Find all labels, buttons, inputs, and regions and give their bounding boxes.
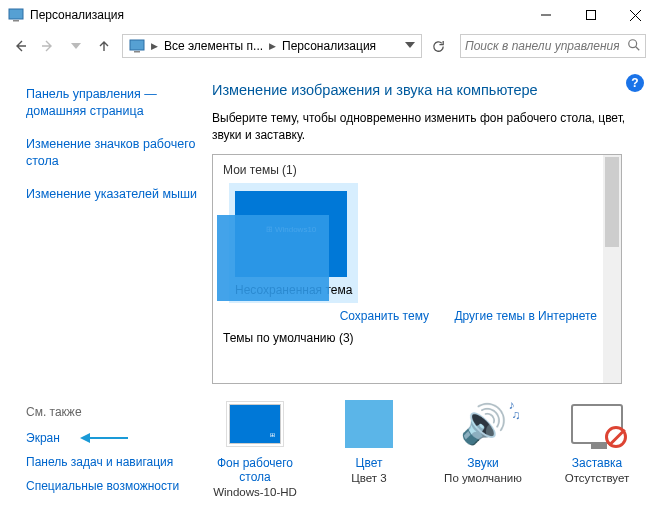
search-icon[interactable] <box>623 38 645 55</box>
disabled-icon <box>605 426 627 448</box>
breadcrumb[interactable]: ▶ Все элементы п... ▶ Персонализация <box>122 34 422 58</box>
see-also-label: См. также <box>26 405 198 419</box>
scrollbar-thumb[interactable] <box>605 157 619 247</box>
control-panel-home-link[interactable]: Панель управления — домашняя страница <box>26 86 198 120</box>
search-box[interactable] <box>460 34 646 58</box>
background-tile[interactable]: ⊞ Фон рабочего стола Windows-10-HD <box>212 398 298 498</box>
mouse-pointers-link[interactable]: Изменение указателей мыши <box>26 186 198 203</box>
screensaver-value: Отсутствует <box>554 472 640 484</box>
location-icon <box>129 38 145 54</box>
svg-rect-3 <box>586 11 595 20</box>
page-heading: Изменение изображения и звука на компьют… <box>212 82 640 98</box>
breadcrumb-dropdown[interactable] <box>401 39 419 53</box>
color-value: Цвет 3 <box>326 472 412 484</box>
back-button[interactable] <box>8 34 32 58</box>
svg-rect-1 <box>13 20 19 22</box>
sounds-label: Звуки <box>440 456 526 470</box>
display-link[interactable]: Экран <box>26 431 198 445</box>
color-tile[interactable]: Цвет Цвет 3 <box>326 398 412 498</box>
close-button[interactable] <box>613 1 658 29</box>
theme-item[interactable]: ⊞ Windows10 Несохраненная тема <box>229 183 358 303</box>
maximize-button[interactable] <box>568 1 613 29</box>
default-themes-header: Темы по умолчанию (3) <box>223 331 354 345</box>
themes-panel: Мои темы (1) ⊞ Windows10 Несохраненная т… <box>212 154 622 384</box>
sidebar: Панель управления — домашняя страница Из… <box>0 62 212 513</box>
page-subtext: Выберите тему, чтобы одновременно измени… <box>212 110 640 144</box>
scrollbar[interactable] <box>603 155 621 383</box>
ease-of-access-link[interactable]: Специальные возможности <box>26 479 198 493</box>
title-bar: Персонализация <box>0 0 658 30</box>
monitor-icon <box>571 404 623 444</box>
breadcrumb-personalization[interactable]: Персонализация <box>278 35 380 57</box>
up-button[interactable] <box>92 34 116 58</box>
app-icon <box>8 7 24 23</box>
taskbar-nav-link[interactable]: Панель задач и навигация <box>26 455 198 469</box>
search-input[interactable] <box>461 39 623 53</box>
breadcrumb-all-items[interactable]: Все элементы п... <box>160 35 267 57</box>
desktop-icons-link[interactable]: Изменение значков рабочего стола <box>26 136 198 170</box>
forward-button[interactable] <box>36 34 60 58</box>
svg-rect-0 <box>9 9 23 19</box>
main-content: Изменение изображения и звука на компьют… <box>212 62 658 513</box>
chevron-right-icon[interactable]: ▶ <box>149 41 160 51</box>
recent-locations-button[interactable] <box>64 34 88 58</box>
theme-thumbnail: ⊞ Windows10 <box>235 191 347 277</box>
screensaver-label: Заставка <box>554 456 640 470</box>
background-label: Фон рабочего стола <box>212 456 298 484</box>
screensaver-tile[interactable]: Заставка Отсутствует <box>554 398 640 498</box>
sounds-value: По умолчанию <box>440 472 526 484</box>
color-icon <box>345 400 393 448</box>
save-theme-link[interactable]: Сохранить тему <box>340 309 429 323</box>
settings-tiles: ⊞ Фон рабочего стола Windows-10-HD Цвет … <box>212 398 640 498</box>
color-label: Цвет <box>326 456 412 470</box>
background-icon: ⊞ <box>229 404 281 444</box>
background-value: Windows-10-HD <box>212 486 298 498</box>
minimize-button[interactable] <box>523 1 568 29</box>
nav-bar: ▶ Все элементы п... ▶ Персонализация <box>0 30 658 62</box>
svg-point-8 <box>629 39 637 47</box>
theme-actions: Сохранить тему Другие темы в Интернете <box>318 309 597 323</box>
speaker-icon: 🔊♪♫ <box>460 402 507 446</box>
svg-rect-7 <box>134 51 140 53</box>
svg-rect-6 <box>130 40 144 50</box>
svg-line-9 <box>636 46 640 50</box>
sounds-tile[interactable]: 🔊♪♫ Звуки По умолчанию <box>440 398 526 498</box>
my-themes-header: Мои темы (1) <box>223 163 621 177</box>
refresh-button[interactable] <box>426 34 450 58</box>
more-themes-link[interactable]: Другие темы в Интернете <box>454 309 597 323</box>
window-title: Персонализация <box>30 8 523 22</box>
chevron-right-icon[interactable]: ▶ <box>267 41 278 51</box>
